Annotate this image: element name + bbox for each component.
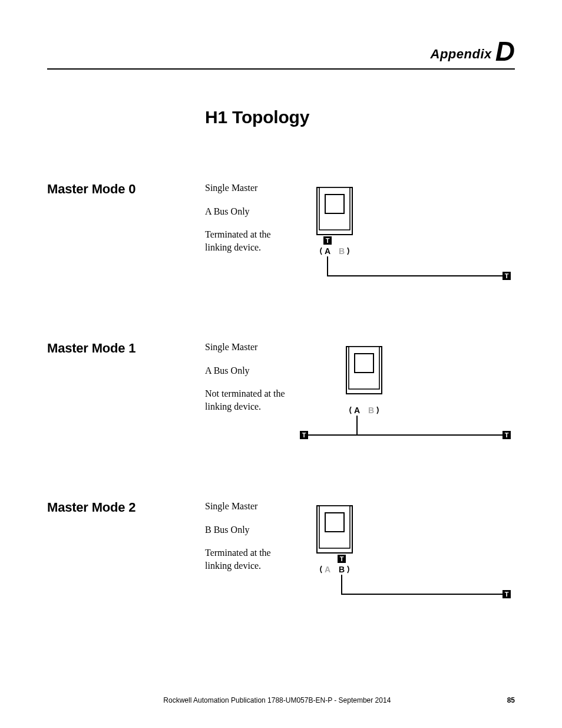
mode-heading: Master Mode 2: [47, 500, 205, 515]
mode-description-line: A Bus Only: [205, 364, 299, 377]
mode-description-line: Single Master: [205, 500, 299, 513]
svg-text:T: T: [505, 272, 509, 279]
svg-text:T: T: [326, 237, 330, 244]
mode-description-line: Not terminated at the linking device.: [205, 387, 299, 413]
chapter-title: H1 Topology: [205, 107, 515, 127]
mode-description-line: Terminated at the linking device.: [205, 228, 299, 253]
mode-description-line: A Bus Only: [205, 205, 299, 218]
mode-description: Single MasterA Bus OnlyNot terminated at…: [205, 341, 299, 423]
mode-heading: Master Mode 1: [47, 341, 205, 356]
svg-text:T: T: [340, 555, 344, 562]
mode-description: Single MasterA Bus OnlyTerminated at the…: [205, 182, 299, 264]
mode-description: Single MasterB Bus OnlyTerminated at the…: [205, 500, 299, 582]
svg-text:T: T: [505, 431, 509, 439]
svg-text:A: A: [325, 565, 330, 574]
svg-rect-2: [325, 195, 344, 213]
mode-description-line: Single Master: [205, 341, 299, 354]
svg-text:B: B: [368, 406, 374, 415]
topology-diagram: A B T T: [299, 500, 511, 606]
page-footer: Rockwell Automation Publication 1788-UM0…: [47, 696, 515, 704]
topology-diagram: A B T T: [299, 341, 511, 447]
svg-rect-11: [355, 354, 373, 373]
svg-text:T: T: [302, 431, 306, 439]
svg-rect-20: [325, 513, 344, 532]
topology-diagram: A B T T: [299, 182, 511, 288]
svg-text:T: T: [505, 591, 509, 598]
svg-text:B: B: [339, 246, 345, 256]
svg-text:A: A: [354, 406, 360, 415]
mode-description-line: Single Master: [205, 182, 299, 195]
diagram-container: A B T T: [299, 182, 515, 288]
mode-description-line: Terminated at the linking device.: [205, 546, 299, 572]
mode-heading: Master Mode 0: [47, 182, 205, 197]
appendix-header: Appendix D: [47, 35, 515, 70]
svg-text:B: B: [339, 565, 345, 574]
mode-section: Master Mode 1Single MasterA Bus OnlyNot …: [47, 341, 515, 447]
mode-section: Master Mode 0Single MasterA Bus OnlyTerm…: [47, 182, 515, 288]
mode-description-line: B Bus Only: [205, 523, 299, 536]
appendix-word: Appendix: [431, 47, 492, 61]
diagram-container: A B T T: [299, 500, 515, 606]
footer-page-number: 85: [507, 696, 515, 704]
mode-section: Master Mode 2Single MasterB Bus OnlyTerm…: [47, 500, 515, 606]
svg-text:A: A: [325, 246, 330, 256]
diagram-container: A B T T: [299, 341, 515, 447]
appendix-letter: D: [495, 35, 515, 67]
footer-publication: Rockwell Automation Publication 1788-UM0…: [47, 696, 507, 704]
